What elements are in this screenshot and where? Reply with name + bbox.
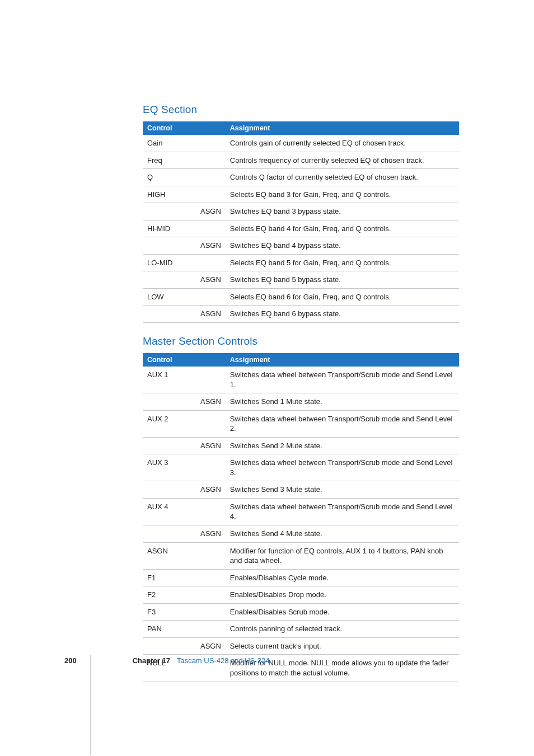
cell-assignment: Controls panning of selected track.	[226, 621, 459, 638]
cell-assignment: Switches Send 3 Mute state.	[226, 481, 459, 499]
cell-assignment: Selects EQ band 5 for Gain, Freq, and Q …	[226, 254, 459, 271]
cell-control	[143, 525, 196, 543]
table-row: ASGNSwitches EQ band 5 bypass state.	[143, 271, 459, 289]
cell-modifier	[196, 542, 226, 569]
cell-assignment: Switches EQ band 6 bypass state.	[226, 306, 459, 323]
cell-modifier	[196, 152, 226, 169]
chapter-title: Tascam US-428 and US-224	[177, 656, 269, 665]
cell-modifier: ASGN	[196, 393, 226, 411]
cell-modifier	[196, 288, 226, 306]
cell-assignment: Switches data wheel between Transport/Sc…	[226, 498, 459, 525]
table-row: AUX 3Switches data wheel between Transpo…	[143, 454, 459, 481]
table-row: ASGNSwitches Send 1 Mute state.	[143, 393, 459, 411]
cell-modifier: ASGN	[196, 271, 226, 289]
cell-modifier: ASGN	[196, 637, 226, 655]
cell-control	[143, 306, 196, 323]
table-row: AUX 4Switches data wheel between Transpo…	[143, 498, 459, 525]
master-section-heading: Master Section Controls	[143, 335, 459, 348]
cell-assignment: Switches EQ band 5 bypass state.	[226, 271, 459, 289]
table-row: ASGNSwitches EQ band 3 bypass state.	[143, 203, 459, 220]
cell-modifier: ASGN	[196, 437, 226, 454]
cell-assignment: Selects current track's input.	[226, 637, 459, 655]
cell-assignment: Controls Q factor of currently selected …	[226, 169, 459, 186]
cell-control	[143, 393, 196, 411]
cell-modifier	[196, 569, 226, 586]
cell-modifier: ASGN	[196, 237, 226, 255]
master-header-control: Control	[143, 353, 226, 367]
cell-control: HI-MID	[143, 220, 196, 237]
table-row: LO-MIDSelects EQ band 5 for Gain, Freq, …	[143, 254, 459, 271]
cell-control	[143, 437, 196, 454]
cell-modifier	[196, 367, 226, 393]
cell-control: PAN	[143, 621, 196, 638]
cell-assignment: Selects EQ band 4 for Gain, Freq, and Q …	[226, 220, 459, 237]
cell-modifier	[196, 220, 226, 237]
cell-control: F1	[143, 569, 196, 586]
cell-assignment: Switches data wheel between Transport/Sc…	[226, 410, 459, 437]
cell-control	[143, 637, 196, 655]
cell-assignment: Controls frequency of currently selected…	[226, 152, 459, 169]
table-row: QControls Q factor of currently selected…	[143, 169, 459, 186]
cell-modifier	[196, 498, 226, 525]
cell-modifier	[196, 621, 226, 638]
cell-modifier	[196, 135, 226, 152]
eq-section-table: Control Assignment GainControls gain of …	[143, 121, 459, 323]
cell-control: LO-MID	[143, 254, 196, 271]
table-row: ASGNSwitches Send 3 Mute state.	[143, 481, 459, 499]
table-row: PANControls panning of selected track.	[143, 621, 459, 638]
cell-modifier: ASGN	[196, 525, 226, 543]
table-row: F3Enables/Disables Scrub mode.	[143, 603, 459, 621]
table-row: ASGNSelects current track's input.	[143, 637, 459, 655]
cell-control: AUX 3	[143, 454, 196, 481]
cell-assignment: Switches EQ band 3 bypass state.	[226, 203, 459, 220]
eq-section-heading: EQ Section	[143, 104, 459, 116]
cell-modifier	[196, 454, 226, 481]
table-row: AUX 1Switches data wheel between Transpo…	[143, 367, 459, 393]
master-section-table: Control Assignment AUX 1Switches data wh…	[143, 353, 459, 682]
table-row: HI-MIDSelects EQ band 4 for Gain, Freq, …	[143, 220, 459, 237]
cell-assignment: Switches Send 2 Mute state.	[226, 437, 459, 454]
cell-assignment: Enables/Disables Cycle mode.	[226, 569, 459, 586]
cell-assignment: Enables/Disables Scrub mode.	[226, 603, 459, 621]
cell-control	[143, 203, 196, 220]
table-row: ASGNSwitches Send 2 Mute state.	[143, 437, 459, 454]
chapter-label: Chapter 17	[133, 656, 170, 665]
cell-assignment: Switches Send 4 Mute state.	[226, 525, 459, 543]
cell-control	[143, 481, 196, 499]
cell-modifier: ASGN	[196, 481, 226, 499]
cell-control: AUX 4	[143, 498, 196, 525]
page-footer: 200 Chapter 17 Tascam US-428 and US-224	[64, 656, 269, 665]
cell-control: Freq	[143, 152, 196, 169]
cell-assignment: Enables/Disables Drop mode.	[226, 586, 459, 604]
table-row: GainControls gain of currently selected …	[143, 135, 459, 152]
cell-modifier	[196, 169, 226, 186]
cell-modifier: ASGN	[196, 306, 226, 323]
cell-control: ASGN	[143, 542, 196, 569]
cell-assignment: Switches Send 1 Mute state.	[226, 393, 459, 411]
cell-modifier	[196, 586, 226, 604]
cell-control: HIGH	[143, 186, 196, 203]
footer-divider	[90, 655, 91, 755]
cell-control: F2	[143, 586, 196, 604]
cell-control: AUX 2	[143, 410, 196, 437]
eq-header-control: Control	[143, 121, 226, 135]
cell-modifier	[196, 410, 226, 437]
page-number: 200	[64, 656, 77, 665]
cell-control: F3	[143, 603, 196, 621]
cell-control	[143, 237, 196, 255]
cell-modifier: ASGN	[196, 203, 226, 220]
cell-modifier	[196, 603, 226, 621]
cell-control: Q	[143, 169, 196, 186]
cell-assignment: Controls gain of currently selected EQ o…	[226, 135, 459, 152]
table-row: ASGNSwitches Send 4 Mute state.	[143, 525, 459, 543]
table-row: AUX 2Switches data wheel between Transpo…	[143, 410, 459, 437]
table-row: ASGNModifier for function of EQ controls…	[143, 542, 459, 569]
table-row: LOWSelects EQ band 6 for Gain, Freq, and…	[143, 288, 459, 306]
cell-assignment: Switches data wheel between Transport/Sc…	[226, 367, 459, 393]
table-row: F2Enables/Disables Drop mode.	[143, 586, 459, 604]
cell-modifier	[196, 254, 226, 271]
table-row: F1Enables/Disables Cycle mode.	[143, 569, 459, 586]
cell-control: AUX 1	[143, 367, 196, 393]
cell-assignment: Switches data wheel between Transport/Sc…	[226, 454, 459, 481]
table-row: ASGNSwitches EQ band 6 bypass state.	[143, 306, 459, 323]
